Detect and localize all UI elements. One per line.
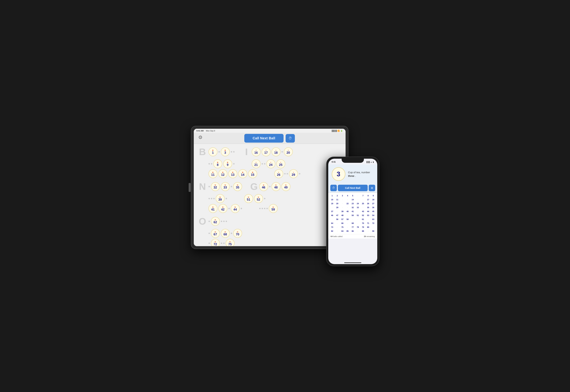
num-85: 85 <box>345 229 350 233</box>
num-row-4: · 29 · · 32 33 · 35 36 <box>330 206 376 209</box>
num-53: 53 <box>366 213 370 217</box>
num-73: 73 <box>330 225 335 229</box>
num-30-dot: · <box>340 206 345 209</box>
num-row-2: 10 11 · · 14 · · 17 18 <box>330 198 376 201</box>
o-row-1: O62 <box>208 217 227 226</box>
ipad-screen: 9:41 AM Mon Sep 9 ▐▐▐▐ 📶 🔋 ⚙ Call Next B… <box>194 129 346 246</box>
grid-row-5: N39 G51 G52 <box>196 194 343 203</box>
dot <box>262 208 263 209</box>
num-9: 9 <box>371 194 376 197</box>
iphone-timer-button[interactable]: ⏱ <box>330 185 337 191</box>
num-34-dot: · <box>361 206 365 209</box>
num-38-dot: · <box>335 210 340 213</box>
iphone-called-count: 64 <box>331 235 333 238</box>
g-row-1: G46 G48 G49 <box>259 182 290 191</box>
ball-39: N39 <box>216 194 225 203</box>
settings-button[interactable]: ⚙ <box>198 135 203 140</box>
iphone-home-indicator[interactable] <box>344 262 361 263</box>
ball-41: N41 <box>208 204 218 213</box>
dot <box>269 186 271 187</box>
dot <box>266 208 268 209</box>
num-43: 43 <box>361 210 365 213</box>
dot <box>208 198 210 199</box>
num-26: 26 <box>366 202 370 205</box>
dot <box>228 208 230 209</box>
ball-desc-word: three <box>348 174 354 177</box>
num-8: 8 <box>366 194 370 197</box>
dot <box>241 208 242 209</box>
num-36: 36 <box>371 206 376 209</box>
num-81-dot: · <box>371 225 376 229</box>
iphone-call-next-button[interactable]: Call Next Ball <box>338 185 368 191</box>
ball-25: I25 <box>276 159 285 168</box>
num-54: 54 <box>371 213 376 217</box>
num-52: 52 <box>361 213 365 217</box>
dot <box>226 198 227 199</box>
num-86: 86 <box>351 229 355 233</box>
num-42-dot: · <box>356 210 360 213</box>
call-next-ball-button[interactable]: Call Next Ball <box>244 134 283 143</box>
b-row-1: B1 B3 <box>208 147 234 156</box>
num-68: 68 <box>351 221 355 225</box>
num-12-dot: · <box>340 198 345 201</box>
num-25: 25 <box>361 202 365 205</box>
num-46: 46 <box>330 213 335 217</box>
num-77: 77 <box>351 225 355 229</box>
ball-24: I24 <box>266 159 275 168</box>
iphone-settings-button[interactable]: ⚙ <box>369 185 375 191</box>
o-row-3: O72 O75 <box>208 239 234 246</box>
i-row-3: I26 I29 <box>274 169 300 178</box>
num-5: 5 <box>351 194 355 197</box>
iphone-balls-called: 64 balls called <box>331 235 343 238</box>
dot <box>208 186 210 187</box>
dot <box>223 221 225 222</box>
num-69-dot: · <box>356 221 360 225</box>
iphone-signal-icon: ▐▐▐ <box>366 161 369 163</box>
ball-1: B1 <box>208 147 218 156</box>
ipad-home-button[interactable] <box>189 183 191 192</box>
num-15-dot: · <box>356 198 360 201</box>
dot <box>299 173 300 174</box>
num-2: 2 <box>335 194 340 197</box>
ball-72: O72 <box>211 239 220 246</box>
ball-13: B13 <box>228 169 237 178</box>
num-33: 33 <box>356 206 360 209</box>
ipad-toolbar: ⚙ Call Next Ball ⏱ <box>194 133 346 144</box>
num-88: 88 <box>361 229 365 233</box>
num-60-dot: · <box>356 217 360 221</box>
ball-49: G49 <box>281 182 290 191</box>
timer-button[interactable]: ⏱ <box>286 134 295 143</box>
num-39: 39 <box>340 210 345 213</box>
current-ball-number: 3 <box>337 170 340 178</box>
dot <box>264 198 265 199</box>
num-21-dot: · <box>340 202 345 205</box>
dot <box>208 233 210 234</box>
iphone-remaining: 26 remaining <box>364 235 375 238</box>
ipad-date: Mon Sep 9 <box>206 130 215 132</box>
num-55-dot: · <box>330 217 335 221</box>
n-row-3: N41 N42 N44 <box>208 204 242 213</box>
iphone-number-grid: 1 2 3 4 5 · 7 8 9 10 11 · · 14 · <box>328 193 377 234</box>
num-14: 14 <box>351 198 355 201</box>
dot <box>223 243 225 244</box>
ball-21: I21 <box>252 159 261 168</box>
g-row-2: G51 G52 <box>244 194 265 203</box>
grid-row-9: O72 O75 <box>196 239 343 246</box>
num-63: 63 <box>371 217 376 221</box>
ipad: 9:41 AM Mon Sep 9 ▐▐▐▐ 📶 🔋 ⚙ Call Next B… <box>191 126 349 249</box>
num-28-dot: · <box>330 206 335 209</box>
num-49-dot: · <box>345 213 350 217</box>
n-row-2: N39 <box>208 194 227 203</box>
num-35: 35 <box>366 206 370 209</box>
num-7: 7 <box>361 194 365 197</box>
ball-16: I16 <box>252 147 261 156</box>
num-51: 51 <box>356 213 360 217</box>
num-82: 82 <box>330 229 335 233</box>
num-90: 90 <box>371 229 376 233</box>
num-37: 37 <box>330 210 335 213</box>
num-59-dot: · <box>351 217 355 221</box>
num-4: 4 <box>345 194 350 197</box>
current-ball: 3 <box>332 167 345 181</box>
ball-35: N35 <box>233 182 242 191</box>
dot <box>233 163 234 165</box>
